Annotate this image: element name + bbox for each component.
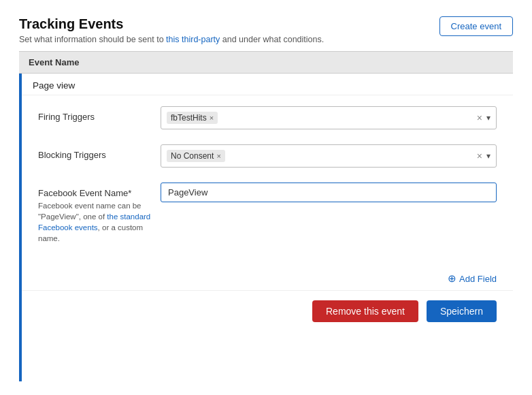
facebook-event-row: Facebook Event Name* Facebook event name… — [38, 183, 497, 244]
blocking-triggers-row: Blocking Triggers No Consent × × ▾ — [38, 144, 497, 168]
facebook-event-input[interactable] — [161, 183, 497, 202]
table-header: Event Name — [19, 51, 513, 74]
tag-close-icon[interactable]: × — [210, 114, 214, 122]
firing-trigger-tag-fbTestHits: fbTestHits × — [167, 112, 218, 124]
firing-triggers-control: fbTestHits × × ▾ — [161, 106, 497, 129]
facebook-event-label: Facebook Event Name* — [38, 188, 161, 198]
blocking-triggers-control: No Consent × × ▾ — [161, 144, 497, 168]
event-name-row[interactable]: Page view — [22, 74, 513, 95]
select-actions-blocking: × ▾ — [477, 151, 491, 161]
select-dropdown-blocking-icon[interactable]: ▾ — [486, 151, 491, 161]
form-section: Firing Triggers fbTestHits × × ▾ — [22, 95, 513, 270]
event-row: Page view Firing Triggers fbTestHits × — [19, 74, 513, 381]
blocking-trigger-tag-no-consent: No Consent × — [167, 150, 225, 162]
save-button[interactable]: Speichern — [427, 300, 497, 322]
remove-event-button[interactable]: Remove this event — [312, 300, 418, 322]
add-field-button[interactable]: ⊕ Add Field — [448, 272, 497, 285]
add-field-row: ⊕ Add Field — [22, 270, 513, 290]
header-row: Tracking Events Set what information sho… — [19, 16, 513, 44]
tag-label: No Consent — [171, 151, 214, 161]
page-subtitle: Set what information should be sent to t… — [19, 35, 324, 44]
select-clear-blocking-icon[interactable]: × — [477, 151, 482, 161]
content-area: Event Name Page view Firing Triggers fbT… — [19, 51, 513, 381]
blocking-triggers-label: Blocking Triggers — [38, 144, 161, 160]
footer-actions: Remove this event Speichern — [22, 290, 513, 328]
firing-triggers-select[interactable]: fbTestHits × × ▾ — [161, 106, 497, 129]
tag-close-icon[interactable]: × — [216, 152, 220, 160]
select-clear-icon[interactable]: × — [477, 112, 482, 123]
select-actions: × ▾ — [477, 112, 491, 123]
tag-label: fbTestHits — [171, 113, 207, 123]
firing-triggers-row: Firing Triggers fbTestHits × × ▾ — [38, 106, 497, 129]
event-name-label: Page view — [33, 80, 75, 91]
firing-triggers-label: Firing Triggers — [38, 106, 161, 122]
select-dropdown-icon[interactable]: ▾ — [486, 113, 491, 123]
facebook-event-control — [161, 183, 497, 202]
subtitle-link: this third-party — [166, 35, 220, 44]
create-event-button[interactable]: Create event — [439, 16, 513, 36]
add-field-label: Add Field — [459, 274, 497, 284]
column-header-label: Event Name — [29, 57, 79, 67]
add-field-icon: ⊕ — [448, 272, 456, 285]
page-title: Tracking Events — [19, 16, 324, 32]
header-left: Tracking Events Set what information sho… — [19, 16, 324, 44]
blocking-triggers-select[interactable]: No Consent × × ▾ — [161, 144, 497, 168]
page-wrapper: Tracking Events Set what information sho… — [0, 0, 532, 395]
facebook-event-label-col: Facebook Event Name* Facebook event name… — [38, 183, 161, 244]
facebook-event-desc: Facebook event name can be "PageView", o… — [38, 200, 161, 244]
